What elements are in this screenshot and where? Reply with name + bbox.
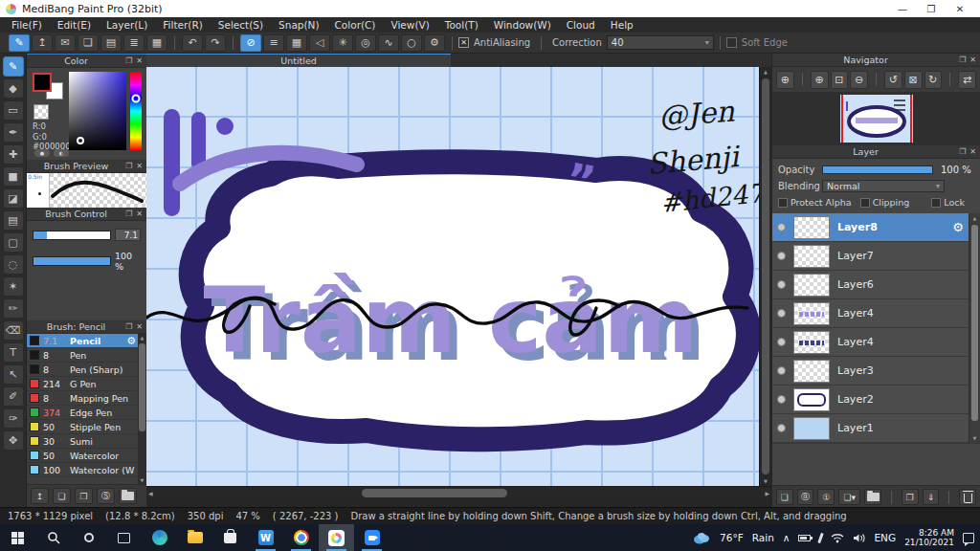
menu-view[interactable]: View(V) <box>383 17 436 33</box>
blending-select[interactable]: Normal ▾ <box>822 180 945 192</box>
layer-row[interactable]: Layer1 <box>772 414 969 443</box>
close-icon[interactable]: ✕ <box>136 56 143 65</box>
popout-icon[interactable]: ❐ <box>959 147 966 156</box>
clipping-checkbox[interactable]: Clipping <box>860 197 910 208</box>
hand-tool[interactable]: ✥ <box>3 430 24 451</box>
flip-view-icon[interactable]: ⇄ <box>958 71 976 89</box>
battery-icon[interactable] <box>798 535 811 541</box>
protect-alpha-checkbox[interactable]: Protect Alpha <box>778 197 852 208</box>
layer-row[interactable]: Layer3 <box>772 357 969 386</box>
correction-select[interactable]: 40 ▾ <box>607 35 714 50</box>
merge-layer-icon[interactable]: ⇓ <box>923 489 940 505</box>
navigator-preview[interactable] <box>772 92 980 145</box>
brush-row[interactable]: 214 G Pen <box>27 377 146 391</box>
document-tab[interactable]: Untitled <box>146 54 451 67</box>
tray-chevron-icon[interactable]: ∧ <box>783 532 791 543</box>
hue-slider[interactable] <box>130 72 142 150</box>
brush-row[interactable]: 50 Stipple Pen <box>27 420 146 434</box>
memo-icon[interactable]: ❏ <box>78 34 99 52</box>
text-tool[interactable]: T <box>3 342 24 363</box>
menu-tool[interactable]: Tool(T) <box>437 17 486 33</box>
checklist-icon[interactable]: ≣ <box>123 34 145 52</box>
snap-concentric-icon[interactable]: ◎ <box>355 34 376 52</box>
canvas-horizontal-scrollbar[interactable]: ◀ ▶ <box>146 486 771 499</box>
script-brush-icon[interactable]: Ⓢ <box>97 488 115 504</box>
layer-row[interactable]: Layer4 <box>772 299 969 328</box>
brush-size-slider[interactable] <box>33 231 111 240</box>
brush-row[interactable]: 100 Watercolor (W <box>27 463 146 477</box>
brush-row[interactable]: 50 Watercolor <box>27 449 146 463</box>
layer-row[interactable]: Layer2 <box>772 386 969 414</box>
chrome-button[interactable] <box>283 524 319 551</box>
close-icon[interactable]: ✕ <box>136 322 143 331</box>
medibang-taskbar-button[interactable] <box>319 524 354 551</box>
menu-snap[interactable]: Snap(N) <box>271 17 326 33</box>
publish-icon[interactable]: ↥ <box>32 34 53 52</box>
pen-device-icon[interactable] <box>818 532 825 542</box>
brush-tool[interactable]: ✎ <box>3 56 24 77</box>
canvas-icon[interactable]: ▦ <box>146 34 167 52</box>
add-8bit-layer-icon[interactable]: ⓐ <box>797 489 814 505</box>
scroll-up-icon[interactable]: ▲ <box>760 69 771 75</box>
menu-edit[interactable]: Edit(E) <box>50 17 99 33</box>
cloud-brush-icon[interactable]: ↥ <box>31 488 49 504</box>
hue-selector-icon[interactable] <box>132 94 141 102</box>
comment-icon[interactable]: ✉ <box>55 34 76 52</box>
zoom-app-button[interactable] <box>354 524 390 551</box>
scrollbar-thumb[interactable] <box>139 343 145 431</box>
brush-settings-icon[interactable]: ⚙ <box>126 335 136 347</box>
restore-button[interactable]: ❐ <box>917 0 946 17</box>
microsoft-store-button[interactable] <box>212 524 248 551</box>
popout-icon[interactable]: ❐ <box>125 322 132 331</box>
bucket-tool[interactable]: ◪ <box>3 188 24 209</box>
dot-pen-tool[interactable]: ✒ <box>3 122 24 143</box>
brush-row[interactable]: 8 Mapping Pen <box>27 391 146 406</box>
close-icon[interactable]: ✕ <box>136 162 143 170</box>
clock[interactable]: 8:26 AM 21/10/2021 <box>904 528 954 548</box>
scroll-down-icon[interactable]: ▼ <box>760 478 771 484</box>
select-tool[interactable]: ▢ <box>3 232 24 253</box>
scroll-down-icon[interactable]: ▼ <box>969 435 980 441</box>
language-indicator[interactable]: ENG <box>874 532 896 543</box>
delete-layer-icon[interactable] <box>959 489 976 505</box>
layer-visibility-icon[interactable] <box>777 252 786 260</box>
eraser-tool[interactable]: ◆ <box>3 78 24 99</box>
foreground-color-swatch[interactable] <box>33 73 52 92</box>
shape-brush-tool[interactable]: ▭ <box>3 100 24 121</box>
brush-folder-icon[interactable] <box>119 488 137 504</box>
file-explorer-button[interactable] <box>177 524 212 551</box>
rotate-left-icon[interactable]: ↺ <box>884 71 902 89</box>
antialiasing-checkbox[interactable]: ✕ <box>458 37 469 48</box>
menu-select[interactable]: Select(S) <box>211 17 271 33</box>
minimize-button[interactable]: — <box>888 0 917 17</box>
snap-ellipse-icon[interactable]: ○ <box>401 34 422 52</box>
brush-row[interactable]: 8 Pen <box>27 348 146 363</box>
zoom-tool-icon[interactable]: ⊕ <box>776 71 794 89</box>
new-brush-icon[interactable]: ❏ <box>53 488 71 504</box>
operation-tool[interactable]: ↖ <box>3 364 24 385</box>
opacity-slider[interactable] <box>822 165 933 174</box>
menu-filter[interactable]: Filter(R) <box>155 17 211 33</box>
redo-icon[interactable]: ↷ <box>205 34 226 52</box>
drawing-canvas[interactable]: Trầm cảm Trầm cảm ” <box>146 67 759 486</box>
fill-rect-tool[interactable]: ■ <box>3 166 24 187</box>
scroll-up-icon[interactable]: ▲ <box>138 335 146 341</box>
saturation-value-picker[interactable] <box>69 72 126 150</box>
gradient-tool[interactable]: ▤ <box>3 210 24 231</box>
new-layer-folder-icon[interactable] <box>864 489 881 505</box>
close-icon[interactable]: ✕ <box>969 147 976 156</box>
add-1bit-layer-icon[interactable]: ① <box>817 489 835 505</box>
layer-visibility-icon[interactable] <box>777 309 786 318</box>
snap-vanishing-icon[interactable]: ◁ <box>309 34 330 52</box>
brush-row[interactable]: 30 Sumi <box>27 434 146 449</box>
layer-row[interactable]: Layer6 <box>772 271 969 299</box>
select-pen-tool[interactable]: ✏ <box>3 298 24 319</box>
layer-visibility-icon[interactable] <box>777 338 786 346</box>
popout-icon[interactable]: ❐ <box>125 209 132 218</box>
duplicate-layer-icon[interactable]: ❐ <box>902 489 919 505</box>
cortana-button[interactable] <box>71 524 106 551</box>
scrollbar-thumb[interactable] <box>971 225 978 421</box>
weather-temperature[interactable]: 76°F <box>720 532 744 543</box>
soft-edge-checkbox[interactable] <box>726 37 737 48</box>
snap-settings-icon[interactable]: ⚙ <box>424 34 445 52</box>
